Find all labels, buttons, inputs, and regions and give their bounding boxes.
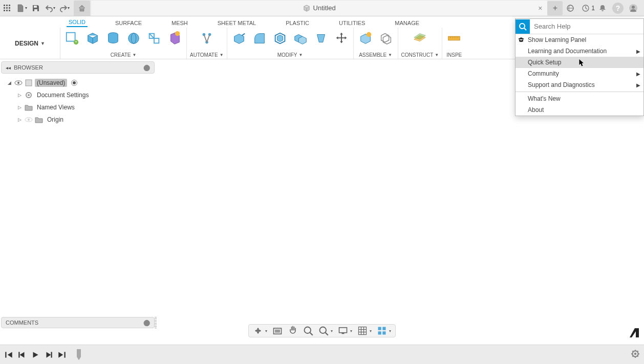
collapse-left-icon[interactable]: ◂◂ [6,65,11,71]
tab-mesh[interactable]: MESH [169,19,190,27]
close-tab-icon[interactable]: × [538,4,542,12]
timeline-prev-icon[interactable] [17,350,27,359]
menu-item-learning-docs[interactable]: Learning and Documentation ▶ [516,46,643,57]
automate-icon[interactable] [198,30,216,47]
menu-item-quick-setup[interactable]: Quick Setup [516,57,643,68]
tab-sheet-metal[interactable]: SHEET METAL [216,19,258,27]
menu-item-show-learning-panel[interactable]: Show Learning Panel [516,34,643,46]
expand-icon[interactable]: ▷ [16,117,23,122]
timeline-settings-icon[interactable] [631,349,640,360]
timeline-play-icon[interactable] [31,350,40,359]
extensions-icon[interactable] [563,1,578,15]
fillet-icon[interactable] [251,30,268,47]
svg-rect-62 [65,352,66,357]
svg-rect-55 [378,327,381,330]
new-component-icon[interactable] [357,30,374,47]
inspect-group-label[interactable]: INSPE [446,52,462,58]
menu-label: Learning and Documentation [528,48,607,55]
tab-surface[interactable]: SURFACE [113,19,144,27]
save-icon[interactable] [29,1,43,15]
visibility-hidden-icon[interactable] [25,116,33,124]
revolve-icon[interactable] [125,30,142,47]
search-icon[interactable] [516,19,530,34]
expand-icon[interactable]: ▷ [16,93,23,98]
browser-header[interactable]: ◂◂ BROWSER ⬤ [1,61,155,74]
loft-icon[interactable] [166,30,183,47]
ribbon-group-construct: CONSTRUCT▼ [398,28,443,59]
timeline-playhead[interactable] [77,349,81,360]
timeline-last-icon[interactable] [57,350,67,359]
folder-icon [25,103,33,111]
tab-solid[interactable]: SOLID [67,18,88,27]
svg-line-45 [310,333,313,335]
zoom-icon[interactable] [303,326,313,336]
file-menu-icon[interactable]: ▾ [14,1,29,15]
workspace-switcher[interactable]: DESIGN ▼ [0,28,60,59]
viewport-layout-icon[interactable] [377,326,387,336]
collapse-icon[interactable]: ◢ [6,80,12,85]
grid-settings-icon[interactable] [357,326,368,336]
zoom-window-icon[interactable] [318,326,329,336]
app-grid-icon[interactable] [0,1,14,15]
folder-icon [35,116,43,124]
assemble-group-label[interactable]: ASSEMBLE▼ [359,52,392,58]
redo-icon[interactable]: ▾ [57,1,72,15]
menu-label: Show Learning Panel [528,36,586,43]
tree-item-named-views[interactable]: ▷ Named Views [16,101,155,113]
notifications-icon[interactable] [595,1,610,15]
look-at-icon[interactable] [272,326,283,336]
box-icon[interactable] [84,30,101,47]
component-icon [25,79,33,87]
panel-resize-handle[interactable] [155,317,157,328]
sweep-icon[interactable] [145,30,163,47]
combine-icon[interactable] [292,30,309,47]
press-pull-icon[interactable] [230,30,248,47]
automate-group-label[interactable]: AUTOMATE▼ [190,52,224,58]
menu-item-community[interactable]: Community ▶ [516,68,643,79]
measure-icon[interactable] [445,30,463,47]
svg-text:+: + [75,39,77,44]
tab-utilities[interactable]: UTILITIES [337,19,367,27]
help-search-input[interactable] [530,22,643,30]
expand-icon[interactable]: ▷ [16,105,23,110]
expand-icon[interactable]: ⬤ [143,319,150,326]
orbit-icon[interactable] [253,326,263,336]
tab-manage[interactable]: MANAGE [393,19,421,27]
menu-item-whats-new[interactable]: What's New [516,93,643,104]
tree-item-document-settings[interactable]: ▷ Document Settings [16,89,155,101]
plane-icon[interactable] [411,30,428,47]
document-tab[interactable]: Untitled × [91,1,547,16]
home-button[interactable] [74,1,90,16]
pan-icon[interactable] [288,326,298,336]
menu-label: What's New [528,95,561,102]
move-icon[interactable] [333,30,350,47]
options-icon[interactable]: ⬤ [143,64,150,71]
menu-item-support-diagnostics[interactable]: Support and Diagnostics ▶ [516,79,643,90]
timeline-first-icon[interactable] [4,350,13,359]
visibility-icon[interactable] [14,79,23,87]
user-avatar-icon[interactable] [626,1,641,15]
new-tab-button[interactable]: + [547,1,563,15]
joint-icon[interactable] [377,30,395,47]
tree-item-origin[interactable]: ▷ Origin [16,113,155,126]
titlebar: ▾ ▾ ▾ Untitled × + 1 ? [0,0,644,16]
help-icon[interactable]: ? [612,3,624,14]
menu-item-about[interactable]: About [516,104,643,116]
tab-plastic[interactable]: PLASTIC [284,19,311,27]
shell-icon[interactable] [271,30,289,47]
draft-icon[interactable] [312,30,330,47]
construct-group-label[interactable]: CONSTRUCT▼ [401,52,439,58]
tree-root[interactable]: ◢ (Unsaved) [6,77,155,89]
root-label[interactable]: (Unsaved) [35,79,67,87]
activate-radio[interactable] [71,80,77,86]
display-settings-icon[interactable] [338,326,348,336]
comments-panel-header[interactable]: COMMENTS ⬤ [1,317,155,328]
extrude-icon[interactable] [104,30,122,47]
timeline-next-icon[interactable] [44,350,53,359]
create-group-label[interactable]: CREATE▼ [111,52,137,58]
ribbon-group-assemble: ASSEMBLE▼ [354,28,398,59]
svg-point-64 [634,352,637,355]
modify-group-label[interactable]: MODIFY▼ [277,52,303,58]
undo-icon[interactable]: ▾ [43,1,57,15]
new-sketch-icon[interactable]: + [63,30,81,47]
